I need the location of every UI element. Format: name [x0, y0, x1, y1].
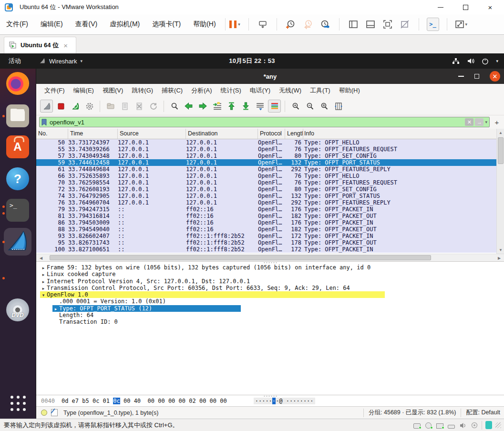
tab-close-icon[interactable]: × — [63, 41, 68, 50]
unity-icon[interactable] — [399, 18, 411, 31]
column-header-protocol[interactable]: Protocol — [258, 129, 285, 139]
volume-icon[interactable] — [467, 58, 474, 64]
start-capture-icon[interactable] — [40, 100, 53, 113]
column-header-length[interactable]: Length — [285, 129, 303, 139]
vmware-menu-item[interactable]: 虚拟机(M) — [103, 18, 146, 31]
filter-dropdown-icon[interactable]: ▾ — [485, 120, 487, 124]
dock-item-dvd[interactable]: DVD — [6, 298, 30, 322]
hdd-icon[interactable] — [413, 421, 421, 429]
fullscreen-icon[interactable] — [381, 18, 394, 31]
save-file-icon[interactable] — [118, 100, 131, 113]
system-menu-caret-icon[interactable]: ▾ — [496, 59, 498, 63]
capture-comment-icon[interactable] — [51, 409, 58, 416]
show-library-icon[interactable] — [347, 18, 360, 31]
minimize-button[interactable] — [435, 2, 446, 12]
filter-clear-icon[interactable]: ✕ — [465, 118, 473, 126]
detail-row[interactable]: ▸Transmission Control Protocol, Src Port… — [36, 285, 504, 291]
packet-row[interactable]: 76 33.764960704 127.0.0.1 127.0.0.1 Open… — [36, 199, 496, 206]
ws-minimize-button[interactable] — [458, 76, 464, 77]
column-header-info[interactable]: Info — [303, 129, 496, 139]
packet-row[interactable]: 86 33.794503009 :: ff02::16 OpenFl… 176 … — [36, 219, 496, 226]
go-forward-icon[interactable] — [196, 100, 209, 113]
usb-icon[interactable] — [470, 421, 478, 429]
reload-icon[interactable] — [147, 100, 160, 113]
restart-capture-icon[interactable] — [69, 100, 82, 113]
packet-row[interactable]: 59 33.744612458 127.0.0.1 127.0.0.1 Open… — [36, 159, 496, 166]
column-header-source[interactable]: Source — [118, 129, 186, 139]
wireshark-menu-item[interactable]: 无线(W) — [275, 84, 306, 97]
vmware-menu-item[interactable]: 选项卡(T) — [146, 18, 187, 31]
profile-selector[interactable]: 配置: Default — [466, 409, 500, 417]
send-ctrl-alt-del-icon[interactable] — [257, 18, 269, 31]
packet-row[interactable]: 95 33.826731743 :: ff02::1:fff8:2b52 Ope… — [36, 239, 496, 246]
dock-item-ubuntu-software[interactable]: A — [6, 135, 30, 159]
hex-bytes[interactable]: 0d e7 b5 0c 01 0c 00 40 00 00 00 00 02 0… — [62, 398, 227, 404]
stop-capture-icon[interactable] — [54, 100, 67, 113]
wireshark-menu-item[interactable]: 帮助(H) — [335, 84, 364, 97]
packet-row[interactable]: 57 33.743049348 127.0.0.1 127.0.0.1 Open… — [36, 153, 496, 159]
find-packet-icon[interactable] — [168, 100, 181, 113]
show-thumbnail-bar-icon[interactable] — [364, 18, 377, 31]
wireshark-menu-item[interactable]: 文件(F) — [40, 84, 69, 97]
packet-row[interactable]: 74 33.764792905 127.0.0.1 127.0.0.1 Open… — [36, 193, 496, 199]
detail-row[interactable]: ▾OpenFlow 1.0 — [36, 291, 504, 298]
detail-row[interactable]: ▸Internet Protocol Version 4, Src: 127.0… — [36, 278, 504, 285]
ws-close-button[interactable]: ✕ — [490, 71, 500, 82]
pane-splitter-2[interactable] — [263, 395, 278, 397]
filter-apply-icon[interactable]: → — [475, 118, 483, 126]
network-adapter-icon[interactable] — [436, 421, 444, 429]
column-header-time[interactable]: Time — [68, 129, 118, 139]
packet-row[interactable]: 81 33.794316814 :: ff02::16 OpenFl… 182 … — [36, 213, 496, 219]
detail-row[interactable]: ▸Type: OFPT_PORT_STATUS (12) — [36, 305, 504, 312]
suspend-button[interactable]: ▾ — [228, 18, 241, 31]
close-button[interactable]: × — [485, 2, 495, 12]
take-snapshot-icon[interactable] — [285, 18, 297, 31]
vmware-menu-item[interactable]: 帮助(H) — [187, 18, 222, 31]
console-view-button[interactable]: >_ — [427, 18, 439, 31]
detail-row[interactable]: .000 0001 = Version: 1.0 (0x01) — [36, 298, 504, 305]
go-first-icon[interactable] — [225, 100, 238, 113]
scrollbar-thumb[interactable] — [498, 137, 504, 164]
packet-row[interactable]: 72 33.762608193 127.0.0.1 127.0.0.1 Open… — [36, 186, 496, 193]
pane-splitter[interactable] — [263, 262, 278, 264]
show-applications-button[interactable] — [10, 395, 27, 412]
colorize-icon[interactable] — [268, 100, 281, 113]
detail-row[interactable]: Length: 64 — [36, 312, 504, 318]
vmware-menu-item[interactable]: 编辑(E) — [34, 18, 69, 31]
vertical-scrollbar[interactable]: ▲ ▼ — [496, 129, 504, 254]
vmware-menu-item[interactable]: 文件(F) — [0, 18, 34, 31]
wireshark-menu-item[interactable]: 电话(Y) — [246, 84, 275, 97]
manage-snapshots-icon[interactable] — [319, 18, 331, 31]
scroll-down-icon[interactable]: ▼ — [497, 246, 504, 254]
detail-row[interactable]: Transaction ID: 0 — [36, 318, 504, 325]
printer-icon[interactable] — [447, 421, 455, 429]
power-icon[interactable] — [482, 58, 489, 65]
display-filter-input[interactable]: openflow_v1 ✕ → ▾ — [39, 117, 490, 127]
vm-tab-ubuntu[interactable]: Ubuntu 64 位 × — [4, 37, 76, 53]
wireshark-menu-item[interactable]: 编辑(E) — [69, 84, 98, 97]
resize-columns-icon[interactable] — [332, 100, 345, 113]
dock-item-terminal[interactable]: >_ — [6, 199, 30, 223]
wireshark-menu-item[interactable]: 统计(S) — [216, 84, 245, 97]
horizontal-scrollbar[interactable]: ◀ ▶ — [36, 254, 504, 261]
cdrom-icon[interactable] — [424, 421, 432, 429]
wireshark-menu-item[interactable]: 跳转(G) — [127, 84, 157, 97]
hex-ascii[interactable]: ·······@ ········ — [254, 398, 315, 404]
wireshark-menu-item[interactable]: 视图(V) — [98, 84, 127, 97]
wireshark-menu-item[interactable]: 工具(T) — [306, 84, 335, 97]
scroll-up-icon[interactable]: ▲ — [497, 129, 504, 136]
dock-item-firefox[interactable] — [6, 72, 30, 96]
zoom-in-icon[interactable] — [289, 100, 302, 113]
zoom-out-icon[interactable] — [303, 100, 316, 113]
packet-row[interactable]: 61 33.744849684 127.0.0.1 127.0.0.1 Open… — [36, 166, 496, 173]
filter-bookmark-icon[interactable] — [41, 119, 47, 126]
message-icon[interactable] — [485, 421, 492, 429]
column-header-no[interactable]: No. — [36, 129, 68, 139]
go-back-icon[interactable] — [182, 100, 195, 113]
wireshark-menu-item[interactable]: 捕获(C) — [157, 84, 187, 97]
capture-options-icon[interactable] — [83, 100, 96, 113]
expert-info-icon[interactable] — [41, 410, 47, 416]
revert-snapshot-icon[interactable] — [302, 18, 314, 31]
maximize-button[interactable] — [460, 2, 471, 12]
packet-row[interactable]: 93 33.826602407 :: ff02::1:fff8:2b52 Ope… — [36, 233, 496, 239]
